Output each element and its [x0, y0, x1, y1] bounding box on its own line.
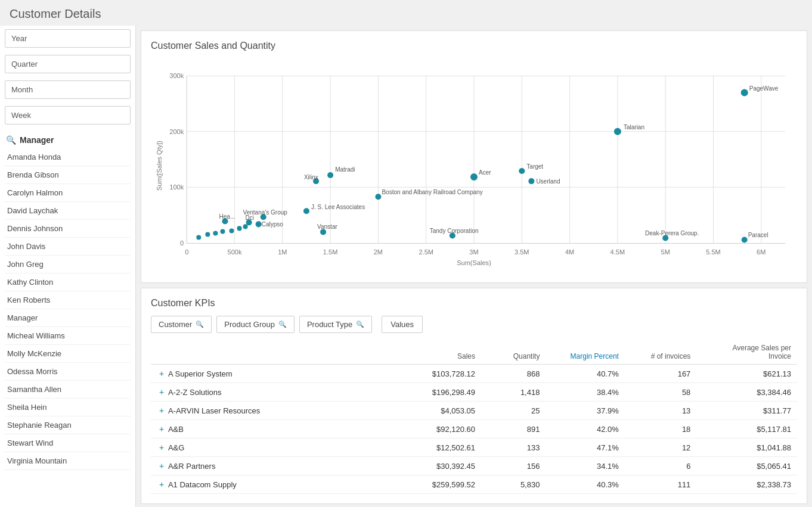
scatter-chart-svg: Sum([Sales Qty]): [151, 58, 797, 273]
list-item[interactable]: Brenda Gibson: [5, 166, 131, 184]
expand-icon[interactable]: +: [157, 480, 166, 489]
list-item[interactable]: Stewart Wind: [5, 434, 131, 452]
svg-point-52: [303, 208, 309, 214]
expand-icon[interactable]: +: [157, 461, 166, 471]
invoices-cell: 111: [625, 475, 696, 494]
svg-text:Userland: Userland: [536, 178, 560, 185]
col-header-customer: [151, 340, 402, 365]
list-item[interactable]: Manager: [5, 309, 131, 327]
expand-icon[interactable]: +: [157, 387, 166, 397]
list-item[interactable]: Micheal Williams: [5, 327, 131, 345]
svg-text:Paracel: Paracel: [748, 232, 768, 238]
y-axis-label: Sum([Sales Qty]): [156, 141, 163, 191]
margin-cell: 34.1%: [546, 457, 624, 475]
list-item[interactable]: Stephanie Reagan: [5, 416, 131, 434]
svg-point-68: [742, 237, 748, 242]
qty-cell: 25: [481, 402, 546, 420]
svg-point-36: [741, 89, 748, 97]
list-item[interactable]: Amanda Honda: [5, 148, 131, 166]
svg-text:4M: 4M: [565, 248, 574, 256]
manager-search-icon: 🔍: [6, 135, 16, 145]
svg-text:500k: 500k: [228, 248, 242, 256]
svg-text:4.5M: 4.5M: [610, 248, 625, 256]
customer-cell: + A&R Partners: [151, 457, 402, 475]
expand-icon[interactable]: +: [157, 406, 166, 415]
filter-month[interactable]: Month: [5, 80, 131, 99]
svg-point-73: [220, 229, 225, 234]
col-header-invoices: # of invoices: [625, 340, 696, 365]
svg-point-74: [229, 228, 234, 233]
table-row: + A-2-Z Solutions $196,298.49 1,418 38.4…: [151, 383, 797, 402]
svg-text:Target: Target: [526, 163, 543, 170]
filter-customer-btn[interactable]: Customer 🔍: [151, 316, 212, 333]
svg-text:Acer: Acer: [479, 169, 491, 176]
list-item[interactable]: Dennis Johnson: [5, 220, 131, 238]
svg-point-58: [256, 221, 262, 227]
product-type-filter-search-icon: 🔍: [356, 321, 364, 328]
svg-text:5M: 5M: [661, 248, 670, 256]
svg-text:Matradi: Matradi: [335, 166, 355, 173]
svg-point-42: [519, 168, 525, 174]
list-item[interactable]: Samantha Allen: [5, 381, 131, 399]
svg-point-40: [470, 173, 478, 181]
margin-cell: 40.3%: [546, 475, 624, 494]
customer-filter-search-icon: 🔍: [196, 321, 204, 328]
list-item[interactable]: Carolyn Halmon: [5, 184, 131, 202]
col-header-quantity: Quantity: [481, 340, 546, 365]
customer-cell: + A-2-Z Solutions: [151, 383, 402, 402]
list-item[interactable]: Odessa Morris: [5, 363, 131, 381]
margin-cell: 38.4%: [546, 383, 624, 402]
expand-icon[interactable]: +: [157, 424, 166, 434]
page-title: Customer Details: [0, 0, 812, 26]
values-button[interactable]: Values: [382, 316, 423, 333]
svg-point-70: [196, 235, 201, 239]
avg-sales-cell: $311.77: [696, 402, 797, 420]
expand-icon[interactable]: +: [157, 369, 166, 378]
avg-sales-cell: $5,065.41: [696, 457, 797, 475]
list-item[interactable]: Molly McKenzie: [5, 345, 131, 363]
svg-text:0: 0: [185, 248, 188, 256]
sidebar: Year Quarter Month Week 🔍 Manager Amanda…: [0, 26, 136, 507]
filter-year[interactable]: Year: [5, 29, 131, 48]
kpi-title: Customer KPIs: [151, 298, 797, 309]
list-item[interactable]: John Davis: [5, 238, 131, 256]
expand-icon[interactable]: +: [157, 443, 166, 452]
table-row: + A&R Partners $30,392.45 156 34.1% 6 $5…: [151, 457, 797, 475]
svg-point-72: [213, 231, 218, 235]
svg-text:1M: 1M: [278, 248, 287, 256]
list-item[interactable]: Ken Roberts: [5, 291, 131, 309]
svg-text:Deak-Perera Group.: Deak-Perera Group.: [645, 230, 699, 237]
avg-sales-cell: $2,338.73: [696, 475, 797, 494]
invoices-cell: 167: [625, 365, 696, 383]
svg-text:200k: 200k: [169, 128, 184, 135]
svg-text:2M: 2M: [374, 248, 383, 256]
sales-cell: $259,599.52: [402, 475, 481, 494]
sales-cell: $92,120.60: [402, 420, 481, 438]
filter-product-type-btn[interactable]: Product Type 🔍: [299, 316, 372, 333]
avg-sales-cell: $621.13: [696, 365, 797, 383]
manager-section: 🔍 Manager Amanda Honda Brenda Gibson Car…: [0, 128, 135, 507]
svg-text:J. S. Lee Associates: J. S. Lee Associates: [311, 204, 365, 210]
avg-sales-cell: $3,384.46: [696, 383, 797, 402]
list-item[interactable]: Sheila Hein: [5, 399, 131, 416]
margin-cell: 42.0%: [546, 420, 624, 438]
svg-text:300k: 300k: [169, 72, 184, 79]
scatter-chart-title: Customer Sales and Quantity: [151, 41, 797, 51]
svg-text:Dci: Dci: [246, 214, 254, 221]
filter-product-group-btn[interactable]: Product Group 🔍: [216, 316, 295, 333]
filter-quarter[interactable]: Quarter: [5, 55, 131, 73]
kpi-filters: Customer 🔍 Product Group 🔍 Product Type …: [151, 316, 797, 333]
list-item[interactable]: David Laychak: [5, 202, 131, 220]
svg-point-76: [243, 224, 248, 229]
scatter-chart-area: Sum([Sales Qty]): [151, 58, 797, 273]
kpi-panel: Customer KPIs Customer 🔍 Product Group 🔍…: [141, 288, 807, 504]
svg-text:Hea...: Hea...: [219, 213, 235, 220]
sales-cell: $4,053.05: [402, 402, 481, 420]
qty-cell: 156: [481, 457, 546, 475]
list-item[interactable]: John Greg: [5, 256, 131, 273]
customer-cell: + A&G: [151, 438, 402, 457]
filter-week[interactable]: Week: [5, 106, 131, 125]
list-item[interactable]: Virginia Mountain: [5, 452, 131, 470]
list-item[interactable]: Kathy Clinton: [5, 273, 131, 291]
svg-text:Xilinx: Xilinx: [304, 174, 318, 181]
